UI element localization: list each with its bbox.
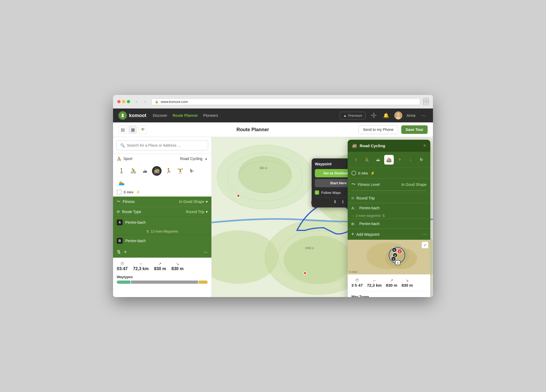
add-waypoint-button[interactable]: + — [124, 249, 127, 255]
notification-button[interactable]: 🔔 — [382, 111, 390, 119]
view-map-button[interactable]: ▦ — [129, 125, 137, 134]
maximize-dot[interactable] — [127, 100, 130, 103]
url-text: www.komoot.com — [161, 100, 188, 104]
route-type-label: Route Type — [122, 210, 141, 214]
panel-fitness-row[interactable]: 〜 Fitness Level In Good Shape — [348, 178, 430, 190]
search-input[interactable] — [127, 143, 204, 147]
view-list-button[interactable]: ▤ — [118, 125, 127, 134]
svg-point-20 — [237, 194, 240, 197]
panel-more-waypoints[interactable]: ··· 2 more waypoints ⇅ — [348, 213, 430, 219]
popup-download-icon[interactable]: ⬇ — [333, 199, 337, 204]
panel-round-trip-icon: ⟳ — [351, 196, 354, 200]
panel-distance-icon: ↔ — [372, 278, 376, 282]
route-type-section[interactable]: ⟳ Route Type Round Trip ▾ — [113, 207, 211, 217]
premium-icon: ▲ — [343, 114, 347, 118]
panel-sport-icons: 🚶 🚴 ⛰ 🚵 🏃 🚶‍♀️ ⛷ — [348, 152, 430, 168]
save-tour-button[interactable]: Save Tour — [401, 125, 428, 134]
user-name: Anna — [407, 113, 415, 118]
send-to-phone-button[interactable]: Send to my Phone — [358, 125, 398, 134]
time-icon: ⏱ — [120, 262, 124, 266]
browser-menu-button[interactable]: ☰ — [423, 98, 429, 105]
more-button[interactable]: ··· — [420, 111, 428, 119]
search-box[interactable]: 🔍 — [116, 140, 208, 150]
avatar[interactable] — [394, 111, 402, 119]
browser-window: ‹ › 🔒 www.komoot.com ☰ komoot Discover R… — [113, 95, 433, 297]
panel-close-button[interactable]: × — [423, 143, 426, 149]
svg-text:6: 6 — [394, 249, 395, 251]
panel-time-stat: ⏱ 3 h 47 — [351, 278, 363, 287]
forward-button[interactable]: › — [142, 98, 148, 105]
panel-sport-cycling[interactable]: 🚴 — [362, 155, 372, 165]
premium-button[interactable]: ▲ Premium — [340, 112, 366, 119]
panel-ebike-row: E-bike ⚡ — [348, 168, 430, 178]
svg-point-10 — [238, 156, 292, 193]
sort-icon: ⇅ — [382, 214, 385, 218]
popup-info-icon[interactable]: ℹ — [342, 199, 344, 204]
panel-ascent-icon: ↗ — [390, 278, 393, 282]
nav-discover[interactable]: Discover — [153, 113, 167, 118]
sport-label: Sport — [123, 157, 132, 161]
waytypes-label: Waytypes — [117, 275, 208, 279]
sport-road-cycling-button[interactable]: 🚵 — [152, 166, 162, 176]
arrows-icon: ⇅ — [146, 230, 149, 233]
panel-ebike-label: E-bike — [358, 171, 368, 175]
nav-route-planner[interactable]: Route Planner — [172, 113, 198, 118]
ebike-label: E-bike — [124, 190, 134, 194]
more-options-button[interactable]: ··· — [204, 249, 208, 255]
waypoint-b-label: B — [117, 238, 123, 244]
sort-button[interactable]: ⇅ — [117, 249, 121, 255]
svg-text:5: 5 — [399, 250, 400, 253]
panel-sport-mtb[interactable]: ⛰ — [373, 155, 383, 165]
waypoint-a-name: Pentre-bach — [125, 220, 146, 225]
sport-ski-button[interactable]: ⛷ — [187, 166, 197, 176]
descent-icon: ↘ — [176, 262, 179, 266]
panel-waypoint-a-label: A: — [351, 206, 355, 210]
sport-cycling-button[interactable]: 🚴 — [129, 166, 138, 176]
sport-icons-row: 🚶 🚴 ⛰ 🚵 🏃 🏋 ⛷ 🏊 — [113, 163, 211, 187]
url-bar[interactable]: 🔒 www.komoot.com — [151, 98, 420, 105]
sport-hiking-button[interactable]: 🚶 — [117, 166, 126, 176]
panel-header-left: 🚵 Road Cycling — [352, 143, 385, 148]
waypoint-a-row: A Pentre-bach — [113, 217, 211, 228]
panel-sport-ski[interactable]: ⛷ — [417, 155, 427, 165]
follow-ways-checkbox[interactable]: ✓ — [315, 190, 319, 195]
add-waypoint-row[interactable]: + Add Waypoint ··· — [348, 229, 430, 240]
panel-sport-hiking[interactable]: 🚶 — [351, 155, 361, 165]
nav-pioneers[interactable]: Pioneers — [203, 113, 218, 118]
sport-swim-button[interactable]: 🏊 — [117, 178, 126, 187]
app-header: komoot Discover Route Planner Pioneers ▲… — [113, 109, 433, 122]
logo-icon — [118, 111, 127, 120]
fitness-section[interactable]: 〜 Fitness In Good Shape ▾ — [113, 197, 211, 207]
add-waypoint-more-button[interactable]: ··· — [423, 232, 427, 237]
route-type-value: Round Trip — [186, 210, 204, 214]
panel-sport-walk[interactable]: 🚶‍♀️ — [406, 155, 416, 165]
window-controls — [117, 100, 130, 103]
add-icon: + — [351, 231, 354, 237]
panel-sport-road[interactable]: 🚵 — [384, 155, 394, 165]
panel-ebike-radio[interactable] — [351, 171, 356, 175]
dots-icon: ··· — [351, 214, 354, 218]
panel-descent-stat: ↘ 830 m — [402, 278, 413, 287]
svg-text:1: 1 — [393, 258, 394, 261]
sport-fitness-button[interactable]: 🏋 — [175, 166, 185, 176]
back-button[interactable]: ‹ — [133, 98, 140, 105]
more-waypoints-row[interactable]: ⇅ 12 more Waypoints — [113, 228, 211, 235]
mini-map-expand-button[interactable]: ⤢ — [422, 242, 428, 248]
close-dot[interactable] — [117, 100, 121, 103]
fitness-value: In Good Shape — [179, 199, 204, 204]
panel-sport-run[interactable]: 🏃 — [395, 155, 405, 165]
minimize-dot[interactable] — [122, 100, 125, 103]
panel-ascent-value: 830 m — [386, 283, 398, 287]
panel-waypoint-a-row: A: Pentre-bach — [348, 203, 430, 213]
panel-title: Road Cycling — [360, 143, 385, 148]
add-button[interactable]: ➕ — [370, 111, 378, 119]
waypoint-a-label: A — [117, 219, 123, 225]
map-area[interactable]: 500 m 1000 m 1000 m 🚴 Waypoint — [212, 137, 433, 297]
sport-mountain-button[interactable]: ⛰ — [140, 166, 150, 176]
panel-header: 🚵 Road Cycling × — [348, 140, 430, 152]
view-3d-button[interactable]: 👁 — [139, 125, 147, 134]
more-waypoints-text: 12 more Waypoints — [151, 230, 178, 233]
panel-distance-stat: ↔ 72,3 km — [367, 278, 382, 287]
sport-running-button[interactable]: 🏃 — [164, 166, 173, 176]
ebike-checkbox[interactable] — [117, 190, 122, 194]
